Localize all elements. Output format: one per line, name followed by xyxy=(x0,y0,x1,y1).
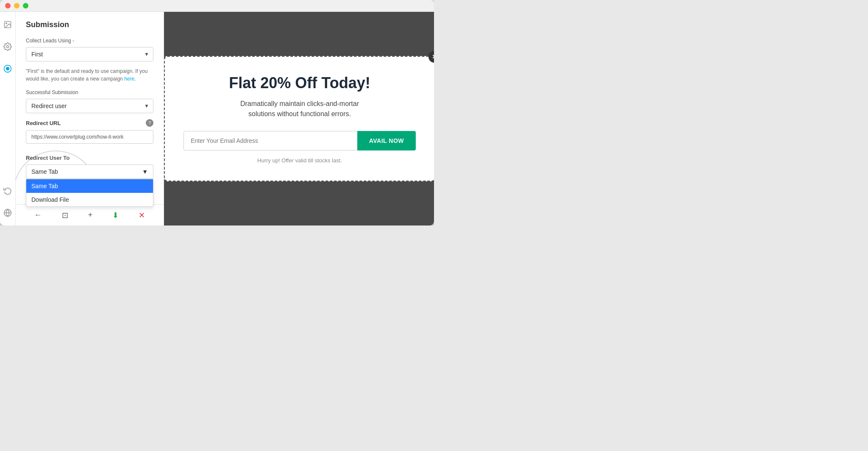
svg-point-1 xyxy=(6,23,7,24)
popup-form-row: AVAIL NOW xyxy=(184,131,416,150)
popup-email-input[interactable] xyxy=(184,131,357,150)
svg-point-2 xyxy=(7,46,9,48)
sidebar-item-globe[interactable] xyxy=(0,205,15,220)
redirect-user-arrow: ▼ xyxy=(142,168,148,175)
main-window: Submission Collect Leads Using - First S… xyxy=(0,0,434,226)
popup-fine-print: Hurry up! Offer valid till stocks last. xyxy=(184,157,416,164)
sidebar-item-history[interactable] xyxy=(0,183,15,198)
maximize-button[interactable] xyxy=(23,3,28,8)
popup-heading: Flat 20% Off Today! xyxy=(184,74,416,92)
info-link[interactable]: here xyxy=(124,76,134,82)
icon-sidebar xyxy=(0,12,16,226)
popup-modal: ✕ Flat 20% Off Today! Dramatically maint… xyxy=(164,56,434,181)
collect-leads-label: Collect Leads Using - xyxy=(26,38,153,44)
download-button[interactable]: ⬇ xyxy=(109,209,122,222)
collect-leads-select[interactable]: First Second xyxy=(26,47,153,61)
sidebar-item-active[interactable] xyxy=(0,61,15,76)
popup-close-button[interactable]: ✕ xyxy=(428,51,434,63)
redirect-user-value: Same Tab xyxy=(31,168,58,175)
sidebar-item-image[interactable] xyxy=(0,17,15,32)
redirect-url-input[interactable] xyxy=(26,130,153,144)
add-button[interactable]: + xyxy=(85,209,96,221)
screen-button[interactable]: ⊡ xyxy=(58,209,72,222)
redirect-section: Redirect User To Same Tab ▼ Same Tab Dow… xyxy=(26,155,153,213)
info-text: "First" is the default and ready to use … xyxy=(26,67,153,83)
redirect-user-label: Redirect User To xyxy=(26,155,153,161)
redirect-url-help[interactable]: ? xyxy=(146,119,153,127)
minimize-button[interactable] xyxy=(14,3,19,8)
collect-leads-select-wrapper: First Second ▼ xyxy=(26,47,153,61)
successful-submission-label: Successful Submission xyxy=(26,89,153,95)
popup-subtext: Dramatically maintain clicks-and-mortars… xyxy=(184,99,416,119)
svg-point-4 xyxy=(6,67,9,70)
redirect-url-label: Redirect URL xyxy=(26,120,61,126)
redirect-user-select-container: Same Tab ▼ Same Tab Download File xyxy=(26,164,153,179)
preview-area: ✕ Flat 20% Off Today! Dramatically maint… xyxy=(164,12,434,226)
redirect-user-dropdown: Same Tab Download File xyxy=(26,179,153,207)
panel-title: Submission xyxy=(26,20,153,29)
titlebar xyxy=(0,0,434,12)
successful-submission-select-wrapper: Redirect user Show message ▼ xyxy=(26,99,153,113)
bottom-toolbar: ← ⊡ + ⬇ ✕ xyxy=(16,204,164,226)
back-button[interactable]: ← xyxy=(31,209,45,221)
close-panel-button[interactable]: ✕ xyxy=(135,209,148,222)
app-body: Submission Collect Leads Using - First S… xyxy=(0,12,434,226)
sidebar-item-settings[interactable] xyxy=(0,39,15,54)
dropdown-item-download-file[interactable]: Download File xyxy=(26,193,153,206)
successful-submission-select[interactable]: Redirect user Show message xyxy=(26,99,153,113)
redirect-url-row: Redirect URL ? xyxy=(26,119,153,127)
popup-submit-button[interactable]: AVAIL NOW xyxy=(357,131,416,150)
settings-panel: Submission Collect Leads Using - First S… xyxy=(16,12,164,226)
redirect-user-select-btn[interactable]: Same Tab ▼ xyxy=(26,164,153,179)
close-button[interactable] xyxy=(5,3,11,8)
dropdown-item-same-tab[interactable]: Same Tab xyxy=(26,179,153,193)
